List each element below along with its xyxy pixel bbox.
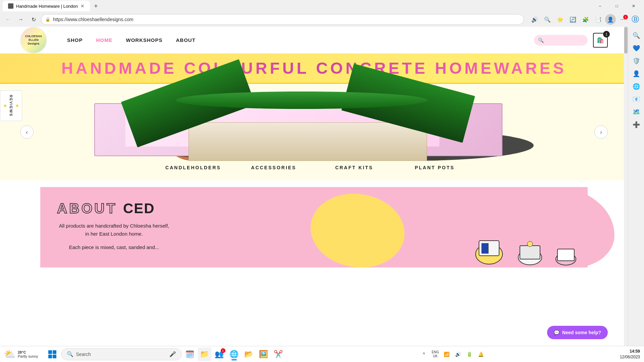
pot-illustration-2 bbox=[513, 234, 547, 267]
taskbar-app-files[interactable]: 📁 bbox=[198, 348, 211, 361]
taskbar-date-display: 12/06/2023 bbox=[620, 354, 640, 360]
star-icon-top: ★ bbox=[14, 103, 20, 109]
weather-icon: ⛅ bbox=[4, 349, 16, 360]
sidebar-search-btn[interactable]: 🔍 bbox=[630, 29, 642, 42]
scrollbar[interactable] bbox=[624, 27, 628, 346]
minimize-button[interactable]: – bbox=[592, 1, 608, 11]
carousel-label-candleholders: CANDLEHOLDERS bbox=[165, 165, 221, 170]
site-logo[interactable]: CHLOESHA ELLEN Designs bbox=[20, 27, 47, 54]
carousel-section: ★ REVIEWS ★ ‹ CANDLEHOLDERS bbox=[0, 84, 628, 180]
reviews-label: REVIEWS bbox=[9, 95, 13, 117]
carousel-label-accessories: ACCESSORIES bbox=[251, 165, 297, 170]
back-button[interactable]: ← bbox=[3, 14, 13, 25]
site-header-right: 🔍 🛍️ 1 bbox=[534, 33, 608, 48]
taskbar-app-edge[interactable]: 🌐 bbox=[227, 348, 241, 361]
reviews-widget[interactable]: ★ REVIEWS ★ bbox=[0, 90, 22, 121]
carousel-prev-button[interactable]: ‹ bbox=[20, 125, 34, 139]
nav-about[interactable]: ABOUT bbox=[176, 37, 196, 43]
carousel-next-button[interactable]: › bbox=[594, 125, 608, 139]
volume-btn[interactable]: 🔊 bbox=[453, 349, 464, 360]
collections-button[interactable]: 📑 bbox=[592, 13, 604, 25]
favorites-button[interactable]: ⭐ bbox=[554, 13, 566, 25]
chat-widget[interactable]: 💬 Need some help? bbox=[547, 326, 608, 339]
maximize-button[interactable]: □ bbox=[609, 1, 625, 11]
extensions-button[interactable]: 🧩 bbox=[580, 13, 592, 25]
battery-btn[interactable]: 🔋 bbox=[464, 349, 475, 360]
about-wrapper: ABOUT CED All products are handcrafted b… bbox=[0, 180, 628, 267]
taskbar-search-bar[interactable]: 🔍 Search 🎤 bbox=[61, 348, 182, 360]
start-button[interactable] bbox=[45, 347, 60, 362]
tab-favicon bbox=[8, 3, 13, 9]
notification-badge: 1 bbox=[623, 15, 628, 19]
about-text-2: Each piece is mixed, cast, sanded and... bbox=[57, 243, 171, 251]
browser-refresh-btn[interactable]: 🔄 bbox=[567, 13, 579, 25]
taskbar-time-display: 14:59 bbox=[620, 349, 640, 354]
browser-right-sidebar: 🔍 💙 🛡️ 👤 🌐 📧 🗺️ ➕ ⚙️ bbox=[628, 27, 644, 362]
more-options-button[interactable]: ··· 1 bbox=[616, 13, 629, 25]
scrollbar-thumb[interactable] bbox=[624, 27, 628, 54]
browser-tab[interactable]: Handmade Homeware | London ✕ bbox=[3, 1, 90, 11]
carousel-items: CANDLEHOLDERS ACCESSORIES bbox=[34, 94, 594, 170]
product-illustrations bbox=[469, 227, 588, 267]
search-icon: 🔍 bbox=[538, 38, 544, 43]
taskbar-app-widgets[interactable]: 🗓️ bbox=[183, 348, 197, 361]
nav-shop[interactable]: SHOP bbox=[67, 37, 83, 43]
immersive-reader-button[interactable]: 🔍 bbox=[541, 13, 553, 25]
new-tab-button[interactable]: + bbox=[91, 1, 101, 11]
about-title-bold: CED bbox=[123, 200, 155, 216]
tab-title: Handmade Homeware | London bbox=[16, 4, 78, 9]
taskbar-app-teams[interactable]: 👥 1 bbox=[213, 348, 226, 361]
taskbar-clock[interactable]: 14:59 12/06/2023 bbox=[620, 349, 640, 360]
bing-copilot-button[interactable]: Ⓑ bbox=[629, 13, 641, 25]
sidebar-map-btn[interactable]: 🗺️ bbox=[630, 106, 642, 118]
sidebar-shield-btn[interactable]: 🛡️ bbox=[630, 55, 642, 67]
read-aloud-button[interactable]: 🔊 bbox=[529, 13, 541, 25]
svg-point-5 bbox=[527, 241, 533, 247]
weather-widget: ⛅ 28°C Partly sunny bbox=[4, 349, 41, 360]
language-btn[interactable]: ENGUK bbox=[430, 349, 441, 360]
taskbar-app-photoshop[interactable]: 🖼️ bbox=[257, 348, 270, 361]
svg-rect-2 bbox=[482, 243, 488, 253]
wifi-btn[interactable]: 📶 bbox=[441, 349, 452, 360]
nav-workshops[interactable]: WORKSHOPS bbox=[126, 37, 163, 43]
nav-home[interactable]: HOME bbox=[96, 37, 113, 43]
notifications-btn[interactable]: 🔔 bbox=[476, 349, 486, 360]
about-text-1: All products are handcrafted by Chloesha… bbox=[57, 222, 171, 238]
close-button[interactable]: ✕ bbox=[626, 1, 641, 11]
taskbar-search-icon: 🔍 bbox=[67, 351, 73, 357]
search-wrapper: 🔍 bbox=[534, 35, 588, 46]
taskbar-app-snip[interactable]: ✂️ bbox=[272, 348, 285, 361]
sidebar-globe-btn[interactable]: 🌐 bbox=[630, 80, 642, 93]
weather-info: 28°C Partly sunny bbox=[18, 350, 38, 358]
svg-rect-7 bbox=[557, 249, 574, 261]
url-bar[interactable]: 🔒 https://www.chloeshaellendesigns.com bbox=[41, 14, 524, 25]
title-bar: Handmade Homeware | London ✕ + – □ ✕ bbox=[0, 0, 644, 12]
sidebar-add-btn[interactable]: ➕ bbox=[630, 119, 642, 131]
sidebar-bing-btn[interactable]: 💙 bbox=[630, 42, 642, 54]
language-display: ENGUK bbox=[432, 350, 439, 358]
sidebar-mail-btn[interactable]: 📧 bbox=[630, 93, 642, 105]
taskbar-app-explorer[interactable]: 📂 bbox=[242, 348, 256, 361]
profile-button[interactable]: 👤 bbox=[605, 14, 616, 25]
svg-rect-4 bbox=[520, 246, 540, 259]
chat-text: Need some help? bbox=[562, 330, 601, 335]
hero-title: HANDMADE COLOURFUL CONCRETE HOMEWARES bbox=[55, 58, 573, 79]
chat-icon: 💬 bbox=[554, 330, 559, 335]
taskbar: ⛅ 28°C Partly sunny 🔍 Search 🎤 🗓️ 📁 👥 1 … bbox=[0, 346, 644, 362]
sidebar-profile-btn[interactable]: 👤 bbox=[630, 68, 642, 80]
site-nav: SHOP HOME WORKSHOPS ABOUT bbox=[67, 37, 196, 43]
about-title-outline: ABOUT bbox=[57, 200, 117, 216]
cart-button[interactable]: 🛍️ 1 bbox=[593, 33, 608, 48]
site-header: CHLOESHA ELLEN Designs SHOP HOME WORKSHO… bbox=[0, 27, 628, 54]
pot-illustration-1 bbox=[469, 227, 509, 267]
windows-logo bbox=[48, 350, 56, 358]
forward-button[interactable]: → bbox=[15, 14, 26, 25]
cortana-icon: 🎤 bbox=[169, 351, 176, 357]
tab-close-btn[interactable]: ✕ bbox=[80, 3, 85, 9]
refresh-button[interactable]: ↻ bbox=[28, 14, 39, 25]
tray-expand-btn[interactable]: ^ bbox=[419, 349, 429, 360]
about-section: ABOUT CED All products are handcrafted b… bbox=[40, 187, 588, 267]
teams-notification: 1 bbox=[221, 348, 225, 353]
carousel-label-plantpots: PLANT POTS bbox=[415, 165, 455, 170]
pot-illustration-3 bbox=[551, 237, 581, 267]
